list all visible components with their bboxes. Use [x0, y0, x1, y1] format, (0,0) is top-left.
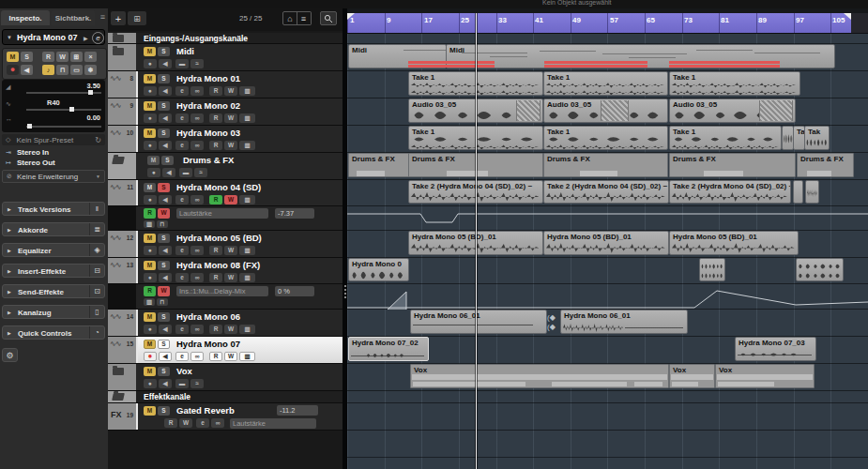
duplicate-icon[interactable]: ⊞ [70, 52, 83, 62]
record-enable-button[interactable]: ● [7, 65, 19, 75]
add-track-preset-icon[interactable]: ⊞ [128, 11, 146, 25]
edit-channel-icon[interactable]: e [175, 325, 189, 334]
right-locator-marker[interactable] [844, 13, 851, 20]
folder-part[interactable]: Drums & FX [797, 153, 854, 177]
solo-button[interactable]: S [158, 312, 170, 322]
audio-event[interactable] [699, 258, 725, 281]
lane-hydra-mono-03[interactable]: Take 1 Take 1 Take 1 Ta Tak [347, 126, 868, 153]
folder-name[interactable]: Vox [176, 366, 192, 376]
edit-channel-icon[interactable]: e [92, 32, 104, 44]
solo-button[interactable]: S [158, 234, 170, 243]
pan-slider[interactable] [26, 109, 101, 111]
lane-midi[interactable]: Midi Midi [347, 44, 868, 71]
monitor-button[interactable]: ◀ [159, 59, 172, 68]
record-enable-button[interactable]: ● [144, 273, 157, 282]
audio-event[interactable]: Take 1 [543, 126, 668, 150]
audio-event[interactable]: Take 1 [669, 126, 782, 150]
automation-wave-icon[interactable]: ≈ [190, 59, 204, 68]
record-enable-button[interactable]: ● [144, 141, 157, 150]
edit-channel-icon[interactable]: e [175, 246, 189, 255]
track-versions-icon[interactable]: ‖ [89, 203, 104, 215]
audio-event[interactable]: Hydra Mono 07_03 [735, 337, 816, 361]
solo-button[interactable]: S [161, 156, 174, 165]
record-enable-button[interactable]: ● [144, 246, 157, 255]
lane-hydra-mono-04[interactable]: Take 2 (Hydra Mono 04 (SD)_02) ~ Take 2 … [347, 180, 868, 206]
lanes-icon[interactable]: ▥ [239, 195, 255, 204]
automation-parameter[interactable]: Ins.:1:Mu...Delay-Mix [176, 286, 268, 296]
track-row-gated-reverb[interactable]: FX 19 M S Gated Reverb -11.2 R W e ∞ Lau… [108, 403, 343, 431]
section-track-versions[interactable]: ▶ Track Versions ‖ [2, 202, 105, 216]
inspector-menu-icon[interactable]: ≡ [100, 12, 105, 22]
quantize-icon[interactable]: ♪ [42, 65, 54, 75]
edit-channel-icon[interactable]: e [175, 113, 189, 123]
reload-icon[interactable]: ↻ [95, 136, 101, 144]
edit-channel-icon[interactable]: e [175, 141, 189, 150]
home-icon[interactable]: ⌂ [282, 11, 297, 25]
chords-icon[interactable]: ≣ [89, 223, 104, 235]
lane-drums-fx-folder[interactable]: Drums & FX Drums & FX Drums & FX Drums &… [347, 153, 868, 180]
read-automation-button[interactable]: R [209, 352, 222, 361]
solo-button[interactable]: S [158, 74, 170, 83]
write-automation-button[interactable]: W [179, 418, 192, 428]
lane-hydra-mono-06[interactable]: Hydra Mono 06_01 (◆ (◆ Hydra Mono 06_01 [347, 310, 868, 337]
audio-event[interactable]: Hydra Mono 05 (BD)_01 [543, 231, 669, 255]
automation-wave-icon[interactable]: ≈ [194, 168, 207, 177]
track-name[interactable]: Hydra Mono 04 (SD) [176, 182, 261, 192]
section-insert-effekte[interactable]: ▶ Insert-Effekte ⊟ [2, 264, 105, 278]
monitor-button[interactable]: ◀ [159, 113, 172, 123]
track-row-hydra-mono-04[interactable]: ∿∿11 M S Hydra Mono 04 (SD) ● ◀ e ∞ R W … [108, 180, 343, 206]
track-name[interactable]: Hydra Mono 07 [176, 339, 240, 349]
audio-event[interactable]: Hydra Mono 06_01 [560, 310, 688, 334]
lanes-icon[interactable]: ▥ [144, 220, 155, 228]
equalizer-icon[interactable]: ◈ [89, 244, 104, 256]
lanes-icon[interactable]: ▥ [239, 246, 255, 255]
close-icon[interactable]: × [84, 52, 97, 62]
link-icon[interactable]: ∞ [211, 418, 224, 428]
track-name[interactable]: Hydra Mono 03 [176, 128, 240, 138]
record-enable-button[interactable]: ● [144, 113, 157, 123]
crossfade-marker[interactable]: (◆ [547, 313, 556, 322]
audio-event[interactable]: Hydra Mono 06_01 [410, 310, 547, 334]
input-routing-row[interactable]: ⇥ Stereo In [2, 147, 105, 158]
mute-button[interactable]: M [147, 156, 160, 165]
track-name[interactable]: Hydra Mono 06 [176, 311, 240, 322]
audio-event[interactable]: Audio 03_05 [669, 98, 796, 123]
delay-slider[interactable] [26, 126, 101, 128]
lane-io-channels[interactable] [347, 34, 868, 44]
mute-button[interactable]: M [144, 74, 156, 83]
automation-lane-row-delay-mix[interactable]: R W Ins.:1:Mu...Delay-Mix 0 % ▥ ⊓ [108, 284, 343, 310]
lanes-icon[interactable]: ▥ [239, 113, 255, 123]
fx-volume-value[interactable]: -11.2 [277, 405, 318, 416]
lane-automation-volume[interactable] [347, 206, 868, 231]
chevron-right-icon[interactable]: ▶ [84, 35, 88, 41]
read-automation-button[interactable]: R [209, 195, 222, 204]
list-icon[interactable]: ≡ [297, 11, 312, 25]
read-automation-button[interactable]: R [164, 418, 177, 428]
lane-hydra-mono-08[interactable]: Hydra Mono 0 [347, 258, 868, 284]
monitor-button[interactable]: ◀ [162, 168, 175, 177]
monitor-button[interactable]: ◀ [159, 379, 172, 388]
lanes-icon[interactable]: ▥ [144, 298, 155, 306]
read-automation-button[interactable]: R [209, 86, 222, 96]
folder-part[interactable]: Drums & FX [348, 153, 409, 177]
channel-strip-icon[interactable]: ▯ [89, 306, 104, 318]
audio-event[interactable] [793, 180, 803, 204]
lock-icon[interactable]: ⊓ [157, 298, 168, 306]
lanes-icon[interactable]: ▥ [239, 352, 255, 361]
folder-row-vox[interactable]: M S Vox ● ◀ ▬ ≈ [108, 364, 343, 391]
edit-channel-icon[interactable]: e [175, 195, 189, 204]
write-automation-button[interactable]: W [158, 286, 170, 296]
monitor-button[interactable]: ◀ [159, 352, 172, 361]
read-automation-button[interactable]: R [209, 141, 222, 150]
mute-button[interactable]: M [144, 261, 156, 270]
folder-row-drums-fx[interactable]: M S Drums & FX ● ◀ ▬ ≈ [108, 153, 343, 180]
link-icon[interactable]: ∞ [190, 195, 204, 204]
track-row-hydra-mono-06[interactable]: ∿∿14 M S Hydra Mono 06 ● ◀ e ∞ R W ▥ [108, 310, 343, 337]
record-enable-button[interactable]: ● [144, 379, 157, 388]
lock-icon[interactable]: ⊓ [56, 65, 69, 75]
automation-wave-icon[interactable]: ≈ [190, 379, 204, 388]
volume-slider-handle[interactable] [88, 90, 93, 95]
chevron-down-icon[interactable]: ▼ [7, 35, 12, 40]
track-row-hydra-mono-05[interactable]: ∿∿12 M S Hydra Mono 05 (BD) ● ◀ e ∞ R W … [108, 231, 343, 258]
automation-parameter[interactable]: Lautstärke [176, 208, 268, 219]
